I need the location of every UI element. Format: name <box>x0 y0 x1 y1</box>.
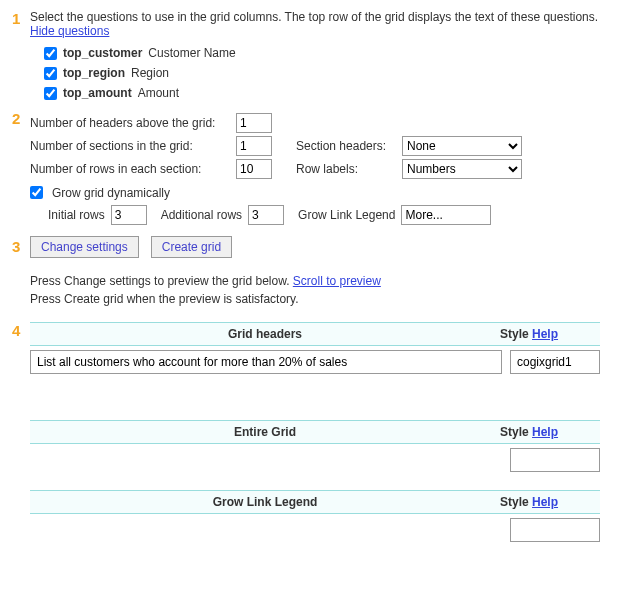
question-code-1: top_customer <box>63 46 142 60</box>
step-marker-4: 4 <box>12 322 30 340</box>
grow-label: Grow grid dynamically <box>52 186 170 200</box>
change-settings-button[interactable]: Change settings <box>30 236 139 258</box>
section-header-entire-grid: Entire Grid Style Help <box>30 420 600 444</box>
question-row-3: top_amount Amount <box>44 86 600 100</box>
num-headers-label: Number of headers above the grid: <box>30 116 230 130</box>
style-label-3: Style <box>500 495 529 509</box>
step-marker-3: 3 <box>12 238 30 256</box>
section-headers-select[interactable]: None <box>402 136 522 156</box>
question-checkbox-1[interactable] <box>44 47 57 60</box>
style-label-2: Style <box>500 425 529 439</box>
grow-link-legend-label: Grow Link Legend <box>298 208 395 222</box>
question-row-2: top_region Region <box>44 66 600 80</box>
num-sections-label: Number of sections in the grid: <box>30 139 230 153</box>
create-grid-button[interactable]: Create grid <box>151 236 232 258</box>
question-row-1: top_customer Customer Name <box>44 46 600 60</box>
question-checkbox-3[interactable] <box>44 87 57 100</box>
step-marker-1: 1 <box>12 10 30 28</box>
question-label-1: Customer Name <box>148 46 235 60</box>
grow-checkbox[interactable] <box>30 186 43 199</box>
additional-rows-label: Additional rows <box>161 208 242 222</box>
grow-link-style-input[interactable] <box>510 518 600 542</box>
entire-grid-title: Entire Grid <box>30 421 500 443</box>
question-code-3: top_amount <box>63 86 132 100</box>
info-line2: Press Create grid when the preview is sa… <box>30 292 299 306</box>
help-link-3[interactable]: Help <box>532 495 558 509</box>
num-sections-input[interactable] <box>236 136 272 156</box>
row-labels-select[interactable]: Numbers <box>402 159 522 179</box>
step1-intro: Select the questions to use in the grid … <box>30 10 600 24</box>
grid-headers-text-input[interactable] <box>30 350 502 374</box>
initial-rows-input[interactable] <box>111 205 147 225</box>
question-code-2: top_region <box>63 66 125 80</box>
question-checkbox-2[interactable] <box>44 67 57 80</box>
question-label-2: Region <box>131 66 169 80</box>
grow-link-legend-input[interactable] <box>401 205 491 225</box>
additional-rows-input[interactable] <box>248 205 284 225</box>
row-labels-label: Row labels: <box>296 162 396 176</box>
num-rows-input[interactable] <box>236 159 272 179</box>
grid-headers-style-input[interactable] <box>510 350 600 374</box>
help-link-2[interactable]: Help <box>532 425 558 439</box>
scroll-to-preview-link[interactable]: Scroll to preview <box>293 274 381 288</box>
grid-headers-title: Grid headers <box>30 323 500 345</box>
initial-rows-label: Initial rows <box>48 208 105 222</box>
section-header-grow-link: Grow Link Legend Style Help <box>30 490 600 514</box>
section-header-grid-headers: Grid headers Style Help <box>30 322 600 346</box>
style-label-1: Style <box>500 327 529 341</box>
num-rows-label: Number of rows in each section: <box>30 162 230 176</box>
section-headers-label: Section headers: <box>296 139 396 153</box>
grow-link-title: Grow Link Legend <box>30 491 500 513</box>
entire-grid-style-input[interactable] <box>510 448 600 472</box>
step-marker-2: 2 <box>12 110 30 128</box>
info-line1: Press Change settings to preview the gri… <box>30 274 293 288</box>
num-headers-input[interactable] <box>236 113 272 133</box>
question-label-3: Amount <box>138 86 179 100</box>
help-link-1[interactable]: Help <box>532 327 558 341</box>
hide-questions-link[interactable]: Hide questions <box>30 24 109 38</box>
